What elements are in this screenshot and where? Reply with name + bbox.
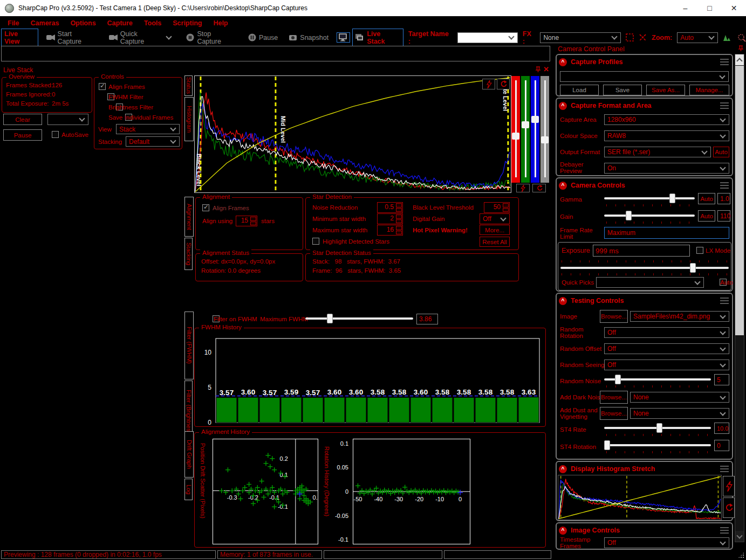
max-star-width-spinner[interactable]: 16 (377, 225, 403, 236)
profile-select[interactable] (560, 71, 729, 82)
dust-select[interactable]: None (630, 408, 729, 419)
section-menu-icon[interactable] (720, 185, 729, 186)
collapse-icon[interactable]: ^ (559, 182, 567, 190)
highlight-stars-checkbox[interactable] (312, 238, 319, 245)
gamma-auto-button[interactable]: Auto (698, 193, 715, 204)
snapshot-button[interactable]: Snapshot (286, 32, 332, 43)
exposure-value[interactable]: 999 ms (593, 245, 690, 257)
selection-area-icon[interactable] (626, 33, 634, 42)
blue-level-slider[interactable] (531, 76, 539, 183)
align-frames-checkbox[interactable] (99, 83, 106, 90)
menu-options[interactable]: Options (70, 19, 95, 27)
section-menu-icon[interactable] (720, 61, 729, 63)
output-format-select[interactable]: SER file (*.ser) (604, 147, 711, 157)
target-name-select[interactable] (457, 32, 518, 43)
menu-tools[interactable]: Tools (144, 19, 161, 27)
exposure-slider[interactable] (560, 263, 729, 273)
histogram-tool-icon[interactable] (723, 33, 733, 42)
output-format-auto-button[interactable]: Auto (713, 147, 729, 157)
tab-log[interactable]: Log (184, 479, 193, 500)
image-browse-button[interactable]: Browse... (600, 310, 628, 323)
pause-button[interactable]: Pause (245, 32, 281, 43)
digital-gain-select[interactable]: Off (480, 213, 510, 224)
debayer-preview-select[interactable]: On (604, 163, 729, 174)
slider-thumb[interactable] (522, 121, 529, 128)
live-view-button[interactable]: Live View (1, 29, 38, 47)
save-profile-button[interactable]: Save (603, 85, 642, 95)
colour-space-select[interactable]: RAW8 (604, 130, 729, 141)
stretch-reset-button-2[interactable] (723, 497, 735, 518)
slider-thumb[interactable] (512, 133, 519, 140)
tab-alignment[interactable]: Alignment (184, 197, 194, 237)
live-stack-button[interactable]: Live Stack (352, 29, 403, 47)
slider-thumb[interactable] (531, 116, 539, 123)
pin-icon[interactable] (535, 66, 541, 73)
gamma-slider[interactable] (604, 193, 695, 203)
stretch-reset-button[interactable] (532, 184, 546, 192)
maximize-button[interactable]: □ (697, 0, 722, 16)
panel-scrollbar[interactable] (735, 54, 744, 542)
zoom-select[interactable]: Auto (677, 32, 718, 43)
stretch-auto-button[interactable] (723, 476, 735, 496)
close-live-stack-icon[interactable]: ✕ (543, 65, 549, 73)
save-options-select[interactable] (47, 114, 88, 125)
dust-browse-button[interactable]: Browse... (600, 407, 628, 420)
green-level-slider[interactable] (521, 76, 530, 183)
view-select[interactable]: Stack (116, 124, 180, 134)
noise-reduction-spinner[interactable]: 0.5 (377, 202, 403, 213)
tab-drift-graph[interactable]: Drift Graph (184, 431, 194, 478)
fx-select[interactable]: None (540, 32, 621, 43)
tab-histogram[interactable]: Histogram (184, 97, 194, 141)
reset-all-button[interactable]: Reset All (480, 237, 510, 247)
more-button[interactable]: More... (480, 225, 510, 235)
scroll-down-button[interactable] (735, 531, 744, 542)
menu-cameras[interactable]: Cameras (31, 19, 59, 27)
random-rotation-select[interactable]: Off (604, 327, 729, 338)
resize-grip[interactable] (738, 552, 744, 558)
gain-auto-button[interactable]: Auto (698, 210, 715, 222)
random-offset-select[interactable]: Off (604, 343, 729, 354)
livestack-pause-button[interactable]: Pause (3, 129, 42, 141)
section-menu-icon[interactable] (720, 300, 729, 301)
stretch-apply-button[interactable] (516, 184, 530, 192)
menu-capture[interactable]: Capture (107, 19, 133, 27)
close-button[interactable]: ✕ (722, 0, 746, 16)
stacking-select[interactable]: Default (126, 136, 180, 147)
magnifier-icon[interactable] (737, 33, 746, 42)
menu-file[interactable]: File (8, 19, 19, 27)
collapse-icon[interactable]: ^ (559, 58, 567, 66)
start-capture-button[interactable]: Start Capture (43, 29, 101, 47)
section-menu-icon[interactable] (720, 530, 729, 531)
scrollbar-thumb[interactable] (735, 66, 744, 335)
autosave-checkbox[interactable] (52, 131, 59, 138)
menu-scripting[interactable]: Scripting (173, 19, 202, 27)
red-level-slider[interactable] (511, 76, 520, 183)
timestamp-frames-select[interactable]: Off (604, 537, 729, 548)
quick-capture-button[interactable]: Quick Capture (106, 29, 179, 47)
quick-picks-select[interactable] (596, 277, 704, 288)
tab-status[interactable]: Status (184, 75, 193, 96)
min-star-width-spinner[interactable]: 2 (377, 213, 403, 224)
reset-stretch-button[interactable] (497, 79, 510, 89)
fullscreen-preview-button[interactable] (337, 32, 350, 43)
clear-button[interactable]: Clear (3, 114, 42, 125)
section-menu-icon[interactable] (720, 468, 729, 469)
minimize-button[interactable]: – (673, 0, 697, 16)
image-select[interactable]: SampleFiles\m42_dim.png (630, 311, 729, 322)
scroll-up-button[interactable] (735, 54, 744, 65)
capture-area-select[interactable]: 1280x960 (604, 114, 729, 125)
slider-thumb[interactable] (541, 136, 549, 143)
save-as-profile-button[interactable]: Save As... (646, 85, 685, 95)
align-frames-checkbox-2[interactable] (202, 204, 209, 211)
auto-stretch-button[interactable] (482, 79, 495, 89)
collapse-icon[interactable]: ^ (559, 465, 567, 473)
display-stretch-chart[interactable] (558, 475, 722, 520)
stop-capture-button[interactable]: Stop Capture (183, 29, 239, 47)
collapse-icon[interactable]: ^ (559, 297, 567, 305)
collapse-icon[interactable]: ^ (559, 102, 567, 110)
collapse-icon[interactable]: ^ (559, 527, 567, 535)
lx-mode-checkbox[interactable] (696, 247, 703, 254)
black-level-threshold-spinner[interactable]: 50 (484, 202, 510, 213)
section-menu-icon[interactable] (720, 105, 729, 106)
random-seeing-select[interactable]: Off (604, 359, 729, 370)
